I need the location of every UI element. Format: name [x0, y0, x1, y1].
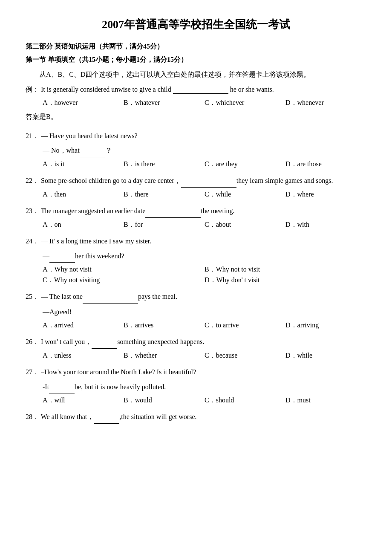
option-ex-d: D．whenever	[285, 98, 366, 107]
option-ex-b: B．whatever	[124, 98, 205, 107]
q26-opt-d: D．while	[285, 351, 366, 360]
q26-opt-b: B．whether	[124, 351, 205, 360]
question-28: 28． We all know that， ,the situation wil…	[26, 411, 366, 424]
q21-opt-a: A．is it	[43, 160, 124, 169]
q22-blank	[181, 175, 236, 188]
q23-text1: The manager suggested an earlier date	[41, 207, 146, 214]
q22-opt-d: D．where	[285, 190, 366, 199]
example-options: A．however B．whatever C．whichever D．whene…	[43, 98, 366, 107]
q24-dash: —	[43, 252, 49, 260]
question-26: 26． I won' t call you， something unexpec…	[26, 336, 366, 360]
example-label: 例：	[26, 86, 39, 93]
q21-opt-b: B．is there	[124, 160, 205, 169]
q25-opt-c: C．to arrive	[205, 321, 285, 330]
q21-after: ？	[105, 147, 112, 154]
q21-blank	[80, 145, 105, 157]
q27-opt-b: B．would	[124, 396, 205, 405]
q22-opt-b: B．there	[124, 190, 205, 199]
q23-after: the meeting.	[201, 207, 234, 214]
q25-number: 25．	[26, 293, 39, 300]
q24-opt-row2: C．Why not visiting D．Why don' t visit	[43, 276, 366, 285]
q28-after: ,the situation will get worse.	[119, 413, 196, 420]
example-text2: he or she wants.	[230, 86, 274, 93]
q22-after: they learn simple games and songs.	[236, 177, 333, 184]
q24-opt-row1: A．Why not visit B．Why not to visit	[43, 265, 366, 274]
example-text: It is generally considered unwise to giv…	[41, 86, 171, 93]
q23-number: 23．	[26, 207, 39, 214]
q21-opt-d: D．are those	[285, 160, 366, 169]
q23-opt-b: B．for	[124, 220, 205, 229]
q25-options: A．arrived B．arrives C．to arrive D．arrivi…	[43, 321, 366, 330]
q21-opt-c: C．are they	[205, 160, 285, 169]
q24-opt-a: A．Why not visit	[43, 265, 205, 274]
option-ex-c: C．whichever	[205, 98, 285, 107]
q22-opt-a: A．then	[43, 190, 124, 199]
q24-line1: 24． — It' s a long time since I saw my s…	[26, 235, 366, 248]
q27-opt-c: C．should	[205, 396, 285, 405]
q21-line2: — No，what ？	[43, 145, 366, 157]
q23-opt-d: D．with	[285, 220, 366, 229]
q24-text1: — It' s a long time since I saw my siste…	[41, 237, 151, 245]
q26-opt-a: A．unless	[43, 351, 124, 360]
question-27: 27． –How's your tour around the North La…	[26, 366, 366, 405]
page-title: 2007年普通高等学校招生全国统一考试	[26, 17, 366, 32]
q25-sub: —Agreed!	[43, 306, 366, 318]
q27-after: be, but it is now heavily polluted.	[75, 383, 166, 390]
instruction-text: 从A、B、C、D四个选项中，选出可以填入空白处的最佳选项，并在答题卡上将该项涂黑…	[26, 69, 366, 81]
option-ex-a: A．however	[43, 98, 124, 107]
q24-opt-c: C．Why not visiting	[43, 276, 205, 285]
q26-options: A．unless B．whether C．because D．while	[43, 351, 366, 360]
q23-options: A．on B．for C．about D．with	[43, 220, 366, 229]
q22-options: A．then B．there C．while D．where	[43, 190, 366, 199]
q27-opt-a: A．will	[43, 396, 124, 405]
question-25: 25． — The last one pays the meal. —Agree…	[26, 291, 366, 330]
q26-line1: 26． I won' t call you， something unexpec…	[26, 336, 366, 349]
q25-blank	[83, 291, 138, 304]
q24-blank	[49, 250, 75, 263]
q24-line2: — her this weekend?	[43, 250, 366, 263]
q27-options: A．will B．would C．should D．must	[43, 396, 366, 405]
q27-text1: –How's your tour around the North Lake? …	[41, 368, 196, 376]
answer-note: 答案是B。	[26, 111, 366, 123]
q21-text1: — Have you heard the latest news?	[41, 132, 138, 139]
q27-text2: -It	[43, 383, 49, 390]
q24-options: A．Why not visit B．Why not to visit C．Why…	[43, 265, 366, 285]
question-24: 24． — It' s a long time since I saw my s…	[26, 235, 366, 285]
q28-text1: We all know that，	[41, 413, 94, 420]
q23-opt-a: A．on	[43, 220, 124, 229]
q23-opt-c: C．about	[205, 220, 285, 229]
q27-opt-d: D．must	[285, 396, 366, 405]
section1-header: 第一节 单项填空（共15小题；每小题1分，满分15分）	[26, 55, 366, 64]
example-blank	[173, 86, 228, 94]
q26-after: something unexpected happens.	[117, 338, 204, 345]
q23-line1: 23． The manager suggested an earlier dat…	[26, 205, 366, 218]
question-22: 22． Some pre-school children go to a day…	[26, 175, 366, 199]
q28-blank	[94, 411, 119, 424]
q21-options: A．is it B．is there C．are they D．are thos…	[43, 160, 366, 169]
q28-line1: 28． We all know that， ,the situation wil…	[26, 411, 366, 424]
q25-text1: — The last one	[41, 293, 83, 300]
part2-header: 第二部分 英语知识运用（共两节，满分45分）	[26, 42, 366, 51]
example-block: 例： It is generally considered unwise to …	[26, 85, 366, 94]
q22-number: 22．	[26, 177, 39, 184]
q25-after: pays the meal.	[138, 293, 177, 300]
q25-opt-d: D．arriving	[285, 321, 366, 330]
q21-line1: 21． — Have you heard the latest news?	[26, 130, 366, 142]
question-21: 21． — Have you heard the latest news? — …	[26, 130, 366, 169]
q24-opt-b: B．Why not to visit	[205, 265, 366, 274]
q24-opt-d: D．Why don' t visit	[205, 276, 366, 285]
q24-number: 24．	[26, 237, 39, 245]
q21-text2: — No，what	[43, 147, 80, 154]
q26-blank	[92, 336, 117, 349]
q22-text1: Some pre-school children go to a day car…	[41, 177, 181, 184]
q22-opt-c: C．while	[205, 190, 285, 199]
q26-opt-c: C．because	[205, 351, 285, 360]
q25-opt-b: B．arrives	[124, 321, 205, 330]
q25-line1: 25． — The last one pays the meal.	[26, 291, 366, 304]
q27-line1: 27． –How's your tour around the North La…	[26, 366, 366, 379]
q27-blank	[49, 381, 75, 394]
q26-text1: I won' t call you，	[41, 338, 92, 345]
q21-number: 21．	[26, 132, 39, 139]
q24-after: her this weekend?	[75, 252, 124, 260]
q27-number: 27．	[26, 368, 39, 376]
